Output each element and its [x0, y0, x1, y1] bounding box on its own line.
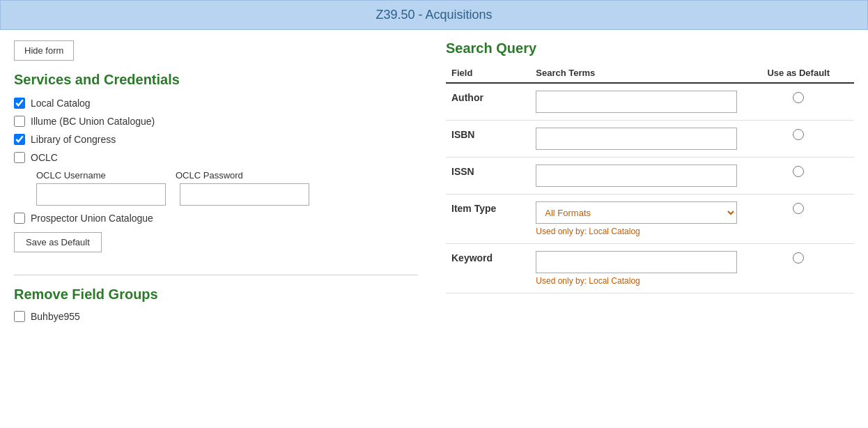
- item-type-use-default-radio[interactable]: [793, 203, 804, 214]
- oclc-label[interactable]: OCLC: [31, 152, 58, 163]
- oclc-username-input[interactable]: [36, 183, 166, 206]
- field-author-input-cell: [530, 83, 743, 121]
- field-keyword-label: Keyword: [446, 244, 530, 293]
- local-catalog-label[interactable]: Local Catalog: [31, 98, 91, 109]
- remove-buhbye955: Buhbye955: [14, 311, 418, 322]
- service-illume: Illume (BC Union Catalogue): [14, 116, 418, 127]
- author-use-default-cell: [743, 83, 854, 121]
- issn-search-input[interactable]: [536, 165, 737, 187]
- author-use-default-radio[interactable]: [793, 92, 804, 103]
- field-author-label: Author: [446, 83, 530, 121]
- isbn-use-default-cell: [743, 121, 854, 158]
- service-prospector: Prospector Union Catalogue: [14, 213, 418, 224]
- field-keyword-input-cell: Used only by: Local Catalog: [530, 244, 743, 293]
- keyword-search-input[interactable]: [536, 251, 737, 273]
- left-panel: Hide form Services and Credentials Local…: [14, 40, 418, 329]
- item-type-select[interactable]: All Formats Books DVD Music: [536, 201, 737, 224]
- oclc-credentials: OCLC Username OCLC Password: [36, 170, 418, 206]
- illume-checkbox[interactable]: [14, 116, 25, 127]
- divider: [14, 275, 418, 275]
- services-section-title: Services and Credentials: [14, 72, 418, 88]
- oclc-username-label: OCLC Username: [36, 170, 162, 181]
- item-type-use-default-cell: [743, 194, 854, 244]
- local-catalog-checkbox[interactable]: [14, 98, 25, 109]
- keyword-used-only-text: Used only by: Local Catalog: [536, 276, 737, 286]
- table-row: ISSN: [446, 158, 854, 194]
- service-library-of-congress: Library of Congress: [14, 134, 418, 145]
- col-search-terms: Search Terms: [530, 63, 743, 83]
- issn-use-default-cell: [743, 158, 854, 194]
- table-row: Keyword Used only by: Local Catalog: [446, 244, 854, 293]
- service-oclc: OCLC: [14, 152, 418, 163]
- table-header-row: Field Search Terms Use as Default: [446, 63, 854, 83]
- prospector-label[interactable]: Prospector Union Catalogue: [31, 213, 153, 224]
- buhbye955-checkbox[interactable]: [14, 311, 25, 322]
- keyword-use-default-radio[interactable]: [793, 252, 804, 263]
- field-isbn-input-cell: [530, 121, 743, 158]
- field-item-type-input-cell: All Formats Books DVD Music Used only by…: [530, 194, 743, 244]
- search-query-table: Field Search Terms Use as Default Author: [446, 63, 854, 293]
- issn-use-default-radio[interactable]: [793, 166, 804, 177]
- col-use-as-default: Use as Default: [743, 63, 854, 83]
- field-issn-label: ISSN: [446, 158, 530, 194]
- right-panel: Search Query Field Search Terms Use as D…: [446, 40, 854, 329]
- keyword-use-default-cell: [743, 244, 854, 293]
- library-of-congress-checkbox[interactable]: [14, 134, 25, 145]
- oclc-password-label: OCLC Password: [176, 170, 301, 181]
- isbn-search-input[interactable]: [536, 128, 737, 150]
- remove-section-title: Remove Field Groups: [14, 286, 418, 303]
- search-query-title: Search Query: [446, 40, 854, 56]
- author-search-input[interactable]: [536, 91, 737, 113]
- item-type-used-only-text: Used only by: Local Catalog: [536, 227, 737, 236]
- buhbye955-label[interactable]: Buhbye955: [31, 311, 80, 322]
- service-local-catalog: Local Catalog: [14, 98, 418, 109]
- prospector-checkbox[interactable]: [14, 213, 25, 224]
- table-row: Author: [446, 83, 854, 121]
- isbn-use-default-radio[interactable]: [793, 129, 804, 140]
- illume-label[interactable]: Illume (BC Union Catalogue): [31, 116, 155, 127]
- page-title: Z39.50 - Acquisitions: [0, 0, 868, 30]
- hide-form-button[interactable]: Hide form: [14, 40, 74, 61]
- field-issn-input-cell: [530, 158, 743, 194]
- library-of-congress-label[interactable]: Library of Congress: [31, 134, 116, 145]
- table-row: Item Type All Formats Books DVD Music Us…: [446, 194, 854, 244]
- col-field: Field: [446, 63, 530, 83]
- oclc-checkbox[interactable]: [14, 152, 25, 163]
- field-item-type-label: Item Type: [446, 194, 530, 244]
- oclc-password-input[interactable]: [180, 183, 309, 206]
- table-row: ISBN: [446, 121, 854, 158]
- save-as-default-button[interactable]: Save as Default: [14, 232, 102, 252]
- field-isbn-label: ISBN: [446, 121, 530, 158]
